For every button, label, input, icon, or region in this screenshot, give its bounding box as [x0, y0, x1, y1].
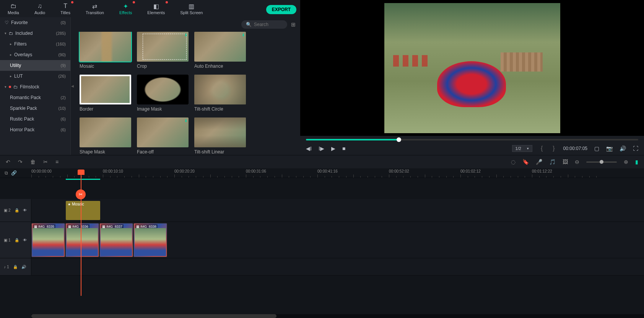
- preview-zoom-select[interactable]: 1/2▾: [512, 145, 532, 152]
- redo-button[interactable]: ↷: [18, 159, 23, 165]
- visibility-icon[interactable]: 👁: [23, 238, 27, 242]
- notification-dot: [9, 86, 11, 88]
- fullscreen-icon[interactable]: ⛶: [633, 145, 638, 152]
- next-frame-button[interactable]: Ⅰ▶: [319, 145, 324, 152]
- effect-card-image-mask[interactable]: Image Mask: [137, 75, 189, 112]
- link-icon[interactable]: 🔗: [11, 170, 17, 176]
- mute-icon[interactable]: 🔊: [21, 265, 26, 269]
- split-button[interactable]: ✂: [43, 159, 48, 165]
- mark-in-button[interactable]: {: [539, 145, 544, 152]
- sidebar-item-label: Romantic Pack: [10, 95, 41, 100]
- tab-media[interactable]: 🗀Media: [4, 2, 23, 16]
- play-button[interactable]: ▶: [331, 145, 335, 152]
- delete-button[interactable]: 🗑: [30, 159, 36, 165]
- playhead[interactable]: [81, 170, 81, 296]
- text-icon: T: [63, 3, 67, 10]
- audio-track-content[interactable]: [31, 258, 644, 275]
- effect-card-face-off[interactable]: ⬇Face-off: [137, 117, 189, 155]
- effects-grid: Mosaic⬇Crop⬇Auto EnhanceBorderImage Mask…: [74, 32, 300, 155]
- export-button[interactable]: EXPORT: [266, 5, 296, 14]
- ruler-timecode: 00:01:02:12: [460, 169, 481, 173]
- sidebar-item-utility[interactable]: Utility(9): [0, 60, 70, 71]
- zoom-slider-handle[interactable]: [600, 160, 603, 164]
- undo-button[interactable]: ↶: [6, 159, 10, 165]
- effect-card-mosaic[interactable]: Mosaic: [80, 32, 131, 69]
- scrollbar-thumb[interactable]: [31, 314, 276, 318]
- effect-thumbnail: ⬇: [137, 32, 189, 62]
- volume-icon[interactable]: 🔊: [620, 145, 626, 152]
- effect-card-tilt-shift-circle[interactable]: Tilt-shift Circle: [194, 75, 246, 112]
- lock-icon[interactable]: 🔒: [15, 208, 19, 212]
- lock-icon[interactable]: 🔒: [13, 265, 18, 269]
- display-icon[interactable]: ▢: [594, 145, 599, 152]
- sidebar-item-included[interactable]: ▾🗀Included(285): [0, 28, 70, 39]
- sidebar-item-sparkle-pack[interactable]: Sparkle Pack(10): [0, 103, 70, 114]
- item-count: (90): [58, 52, 66, 57]
- grid-view-icon[interactable]: ⊞: [291, 21, 296, 28]
- sidebar-item-overlays[interactable]: ▸Overlays(90): [0, 49, 70, 60]
- zoom-in-button[interactable]: ⊕: [624, 159, 628, 165]
- video-clip[interactable]: ▦IMG_8335: [31, 223, 65, 257]
- effects-track-content[interactable]: ★Mosaic: [31, 199, 644, 222]
- mark-out-button[interactable]: }: [551, 145, 556, 152]
- progress-handle[interactable]: [397, 137, 401, 142]
- tab-titles[interactable]: TTitles: [57, 2, 74, 16]
- audio-mixer-icon[interactable]: 🎵: [549, 159, 556, 165]
- sidebar-item-horror-pack[interactable]: Horror Pack(6): [0, 124, 70, 135]
- marker-icon[interactable]: 🔖: [522, 159, 529, 165]
- sidebar-collapse[interactable]: ◀: [71, 17, 74, 155]
- item-count: (10): [58, 106, 66, 111]
- tab-effects[interactable]: ✦Effects: [115, 2, 136, 16]
- stop-button[interactable]: ■: [342, 145, 345, 152]
- snapshot-icon[interactable]: 📷: [606, 145, 613, 152]
- search-input[interactable]: [254, 22, 281, 27]
- audio-track-head: ♪1 🔒 🔊: [0, 258, 31, 275]
- timeline-mode-icon[interactable]: ⧉: [5, 170, 8, 176]
- effect-card-border[interactable]: Border: [80, 75, 131, 112]
- effect-card-crop[interactable]: ⬇Crop: [137, 32, 189, 69]
- fit-button[interactable]: ▮: [635, 159, 638, 165]
- video-clip[interactable]: ▦IMG_8336: [65, 223, 99, 257]
- visibility-icon[interactable]: 👁: [23, 208, 27, 212]
- tab-elements[interactable]: ◧Elements: [143, 2, 169, 16]
- tab-split-screen[interactable]: ▥Split Screen: [176, 2, 207, 16]
- sidebar-item-lut[interactable]: ▸LUT(26): [0, 71, 70, 82]
- playhead-split-icon[interactable]: ✂: [76, 189, 86, 199]
- tab-label: Split Screen: [180, 10, 203, 15]
- timeline-ruler[interactable]: 00:00:00:0000:00:10:1000:00:20:2000:00:3…: [31, 168, 644, 178]
- split-icon: ▥: [189, 3, 194, 10]
- timeline-zoom-slider[interactable]: [586, 161, 617, 163]
- zoom-out-button[interactable]: ⊖: [575, 159, 579, 165]
- star-icon: ★: [68, 202, 71, 206]
- folder-icon: 🗀: [9, 31, 13, 36]
- effect-card-shape-mask[interactable]: Shape Mask: [80, 117, 131, 155]
- playhead-head[interactable]: [78, 170, 85, 175]
- picture-icon[interactable]: 🖼: [563, 159, 568, 165]
- library-section: 🗀Media♫AudioTTitles⇄Transition✦Effects◧E…: [0, 0, 300, 155]
- mosaic-overlay[interactable]: [501, 52, 543, 72]
- adjust-button[interactable]: ≡: [55, 159, 59, 165]
- top-panel: 🗀Media♫AudioTTitles⇄Transition✦Effects◧E…: [0, 0, 644, 155]
- sidebar-item-rustic-pack[interactable]: Rustic Pack(6): [0, 114, 70, 124]
- tab-transition[interactable]: ⇄Transition: [82, 2, 108, 16]
- sidebar-item-favorite[interactable]: ♡Favorite(0): [0, 17, 70, 28]
- preview-viewport[interactable]: [300, 0, 644, 136]
- effect-clip-mosaic[interactable]: ★Mosaic: [66, 201, 100, 220]
- sidebar-item-filmstock[interactable]: ▾🗀Filmstock: [0, 82, 70, 92]
- video-track-content[interactable]: ▦IMG_8335▦IMG_8336▦IMG_8337▦IMG_8338: [31, 222, 644, 258]
- timeline-scrollbar[interactable]: [31, 314, 644, 318]
- tab-audio[interactable]: ♫Audio: [31, 2, 49, 16]
- video-clip[interactable]: ▦IMG_8338: [133, 223, 167, 257]
- voiceover-icon[interactable]: 🎤: [536, 159, 542, 165]
- video-clip[interactable]: ▦IMG_8337: [99, 223, 133, 257]
- sidebar-item-filters[interactable]: ▸Filters(160): [0, 39, 70, 49]
- lock-icon[interactable]: 🔒: [15, 238, 19, 242]
- effect-card-auto-enhance[interactable]: ⬇Auto Enhance: [194, 32, 246, 69]
- search-input-wrap[interactable]: 🔍: [241, 20, 287, 29]
- sidebar-item-romantic-pack[interactable]: Romantic Pack(2): [0, 92, 70, 103]
- render-icon[interactable]: ◌: [511, 159, 516, 165]
- effect-thumbnail: [194, 75, 246, 104]
- effect-card-tilt-shift-linear[interactable]: Tilt-shift Linear: [194, 117, 246, 155]
- prev-frame-button[interactable]: ◀Ⅰ: [306, 145, 312, 152]
- preview-progress[interactable]: [306, 139, 638, 140]
